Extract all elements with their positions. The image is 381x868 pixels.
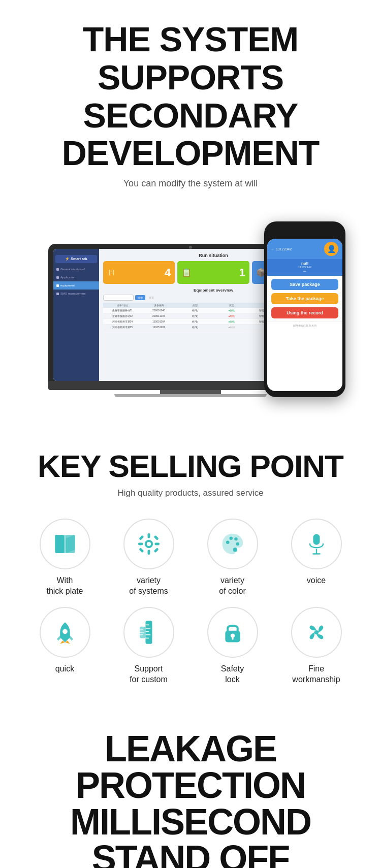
sidebar-application: Application bbox=[53, 273, 99, 281]
col-status: 状态 bbox=[214, 304, 249, 307]
svg-point-16 bbox=[229, 537, 233, 540]
selling-title: KEY SELLING POINT bbox=[15, 448, 366, 484]
feature-circle-4 bbox=[291, 519, 342, 569]
app-sidebar: ⚡ Smart ark General situation of Applica… bbox=[53, 249, 99, 381]
feature-workmanship: Fineworkmanship bbox=[277, 607, 356, 685]
feature-circle-6 bbox=[123, 607, 174, 658]
sidebar-general: General situation of bbox=[53, 265, 99, 273]
stat-card-orange: 🖥 4 bbox=[103, 261, 175, 284]
hero-title: THE SYSTEM SUPPORTS SECONDARY DEVELOPMEN… bbox=[15, 20, 366, 172]
col-id: 设备编号 bbox=[142, 304, 176, 307]
feature-label-1: Withthick plate bbox=[46, 575, 83, 597]
svg-rect-14 bbox=[153, 548, 158, 553]
leakage-title-line1: LEAKAGE PROTECTION MILLISECOND STAND OFF bbox=[10, 730, 371, 868]
svg-point-23 bbox=[62, 629, 68, 634]
app-search-button[interactable]: 搜索 bbox=[135, 295, 145, 300]
feature-circle-8 bbox=[291, 607, 342, 658]
lock-icon bbox=[219, 619, 246, 646]
feature-label-6: Supportfor custom bbox=[130, 664, 168, 685]
app-logo: ⚡ Smart ark bbox=[55, 255, 97, 263]
phone-userid: 11122342 bbox=[271, 266, 338, 269]
hero-subtitle: You can modify the system at will bbox=[15, 178, 366, 189]
svg-rect-9 bbox=[138, 543, 143, 545]
book-icon bbox=[52, 531, 78, 557]
svg-point-15 bbox=[226, 541, 230, 544]
phone-footer: 邮件通知已开启 关闭 bbox=[267, 322, 342, 329]
phone-user-info: null 11122342 ✏ bbox=[267, 259, 342, 276]
phone-mockup: ← 13122342 👤 null 11122342 ✏ Save packag… bbox=[264, 221, 345, 397]
col-name: 名称/地址 bbox=[105, 304, 140, 307]
svg-rect-13 bbox=[139, 548, 144, 553]
phone-save-package[interactable]: Save package bbox=[271, 279, 338, 290]
feature-circle-5 bbox=[40, 607, 90, 658]
feature-color: varietyof color bbox=[193, 519, 272, 597]
svg-rect-10 bbox=[154, 543, 160, 545]
palette-icon bbox=[219, 531, 246, 557]
gear-icon bbox=[136, 531, 162, 557]
svg-point-17 bbox=[234, 537, 238, 541]
svg-rect-8 bbox=[147, 550, 150, 555]
feature-label-4: voice bbox=[307, 575, 326, 586]
device-area: ⚡ Smart ark General situation of Applica… bbox=[15, 199, 366, 412]
feature-thick-plate: Withthick plate bbox=[25, 519, 104, 597]
feature-voice: voice bbox=[277, 519, 356, 597]
svg-rect-12 bbox=[153, 535, 158, 540]
feature-label-5: quick bbox=[55, 664, 74, 674]
phone-status-bar: ← 13122342 👤 bbox=[267, 239, 342, 259]
svg-point-18 bbox=[236, 542, 239, 546]
feature-quick: quick bbox=[25, 607, 104, 685]
phone-call-number: ← 13122342 bbox=[271, 247, 292, 251]
phone-username: null bbox=[271, 261, 338, 266]
svg-rect-20 bbox=[313, 534, 320, 545]
feature-circle-1 bbox=[40, 519, 90, 569]
phone-take-package[interactable]: Take the package bbox=[271, 293, 338, 304]
feature-label-2: varietyof systems bbox=[129, 575, 168, 597]
selling-section: KEY SELLING POINT High quality products,… bbox=[0, 423, 381, 715]
feature-label-7: Safetylock bbox=[221, 664, 244, 685]
phone-avatar: 👤 bbox=[324, 242, 338, 256]
svg-rect-36 bbox=[232, 636, 233, 640]
svg-point-6 bbox=[146, 542, 150, 546]
sidebar-equipment: equipment bbox=[53, 281, 99, 290]
stat-card-green: 📋 1 bbox=[177, 261, 249, 284]
hero-section: THE SYSTEM SUPPORTS SECONDARY DEVELOPMEN… bbox=[0, 0, 381, 423]
feature-label-3: varietyof color bbox=[219, 575, 245, 597]
selling-subtitle: High quality products, assured service bbox=[15, 488, 366, 498]
app-search-input[interactable] bbox=[103, 295, 134, 301]
col-type: 类型 bbox=[178, 304, 212, 307]
sidebar-sms: SMS management bbox=[53, 290, 99, 298]
mic-icon bbox=[303, 531, 330, 557]
feature-label-8: Fineworkmanship bbox=[292, 664, 340, 685]
feature-circle-2 bbox=[123, 519, 174, 569]
feature-lock: Safetylock bbox=[193, 607, 272, 685]
feature-circle-3 bbox=[207, 519, 258, 569]
feature-circle-7 bbox=[207, 607, 258, 658]
feature-custom: Supportfor custom bbox=[109, 607, 188, 685]
svg-rect-7 bbox=[147, 533, 150, 538]
svg-point-19 bbox=[233, 548, 237, 552]
rocket-icon bbox=[52, 619, 78, 646]
svg-rect-11 bbox=[139, 535, 144, 540]
ruler-icon bbox=[136, 619, 162, 646]
phone-using-record[interactable]: Using the record bbox=[271, 307, 338, 318]
fan-icon bbox=[303, 619, 330, 646]
leakage-section: LEAKAGE PROTECTION MILLISECOND STAND OFF… bbox=[0, 715, 381, 868]
features-grid: Withthick plate bbox=[15, 519, 366, 685]
svg-rect-24 bbox=[145, 621, 152, 644]
phone-screen: ← 13122342 👤 null 11122342 ✏ Save packag… bbox=[267, 239, 342, 391]
feature-systems: varietyof systems bbox=[109, 519, 188, 597]
svg-point-37 bbox=[314, 630, 318, 634]
